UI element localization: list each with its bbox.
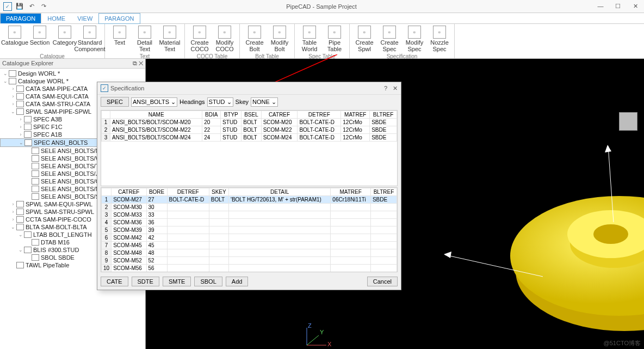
svg-text:Z: Z — [308, 323, 312, 329]
ribbon-tab-paragon[interactable]: PARAGON — [98, 13, 140, 24]
ribbon-material-text[interactable]: ▫Material Text — [157, 25, 182, 53]
watermark: @51CTO博客 — [604, 339, 641, 347]
app-icon: ✓ — [3, 2, 12, 11]
cancel-button[interactable]: Cancel — [367, 277, 398, 286]
ribbon-section[interactable]: ▫Section — [27, 25, 52, 53]
sidebar-title: Catalogue Explorer — [2, 60, 53, 67]
svg-point-4 — [593, 224, 628, 244]
sdte-button[interactable]: SDTE — [132, 277, 159, 286]
close-button[interactable]: ✕ — [627, 3, 644, 10]
sbol-button[interactable]: SBOL — [194, 277, 222, 286]
specification-dialog: ✓ Specification ? ✕ SPEC ANSI_BOLTS ⌄ He… — [97, 82, 401, 290]
window-title: PipeCAD - Sample Project — [51, 3, 592, 10]
smte-button[interactable]: SMTE — [163, 277, 191, 286]
ribbon-category[interactable]: ▫Category — [52, 25, 77, 53]
spec-table-lower[interactable]: CATREFBOREDETREFSKEYDETAILMATREFBLTREF1S… — [101, 187, 398, 272]
dialog-icon: ✓ — [101, 84, 108, 92]
spec-button[interactable]: SPEC — [101, 97, 129, 107]
ribbon-tab-paragon[interactable]: PARAGON — [0, 13, 41, 24]
tree-node[interactable]: ⌄Design WORL * — [0, 70, 145, 77]
undo-icon[interactable]: ↶ — [27, 2, 36, 11]
dialog-title: Specification — [110, 85, 144, 91]
ribbon-nozzle-spec[interactable]: ▫Nozzle Spec — [427, 25, 452, 53]
add-button[interactable]: Add — [226, 277, 249, 286]
maximize-button[interactable]: ☐ — [609, 3, 627, 10]
ribbon-tab-home[interactable]: HOME — [41, 13, 71, 24]
skey-select[interactable]: NONE ⌄ — [251, 97, 278, 107]
dialog-close-icon[interactable]: ✕ — [393, 85, 398, 92]
headings-label: Headings — [179, 99, 205, 105]
sidebar-undock-icon[interactable]: ⧉ — [133, 60, 137, 66]
spec-table-upper[interactable]: NAMEBDIABTYPBSELCATREFDETREFMATREFBLTREF… — [101, 110, 398, 186]
minimize-button[interactable]: — — [592, 3, 609, 10]
svg-text:Y: Y — [320, 329, 324, 335]
ribbon-text[interactable]: ▫Text — [107, 25, 132, 53]
svg-line-15 — [307, 335, 319, 345]
ribbon-catalogue[interactable]: ▫Catalogue — [2, 25, 27, 53]
ribbon-modify-bolt[interactable]: ▫Modify Bolt — [267, 25, 292, 53]
ribbon-create-coco[interactable]: ▫Create COCO — [187, 25, 212, 53]
ribbon-table-world[interactable]: ▫Table World — [297, 25, 322, 53]
ribbon-standard-component[interactable]: ▫Standard Component — [77, 25, 102, 53]
spec-select[interactable]: ANSI_BOLTS ⌄ — [131, 97, 177, 107]
sidebar-close-icon[interactable]: ✕ — [139, 60, 143, 66]
ribbon-modify-spec[interactable]: ▫Modify Spec — [402, 25, 427, 53]
ribbon-detail-text[interactable]: ▫Detail Text — [132, 25, 157, 53]
redo-icon[interactable]: ↷ — [39, 2, 48, 11]
axes-gizmo: Z X Y — [300, 323, 333, 349]
ribbon-tab-view[interactable]: VIEW — [71, 13, 98, 24]
skey-label: Skey — [236, 99, 249, 105]
help-icon[interactable]: ? — [384, 85, 387, 91]
ribbon-create-bolt[interactable]: ▫Create Bolt — [242, 25, 267, 53]
ribbon-create-spwl[interactable]: ▫Create Spwl — [352, 25, 377, 53]
ribbon-create-spec[interactable]: ▫Create Spec — [377, 25, 402, 53]
svg-marker-9 — [605, 145, 611, 152]
svg-text:X: X — [327, 341, 332, 347]
svg-marker-8 — [444, 252, 451, 258]
headings-select[interactable]: STUD ⌄ — [207, 97, 233, 107]
ribbon-pipe-table[interactable]: ▫Pipe Table — [322, 25, 347, 53]
save-icon[interactable]: 💾 — [15, 2, 24, 11]
ribbon-modify-coco[interactable]: ▫Modify COCO — [212, 25, 237, 53]
cate-button[interactable]: CATE — [101, 277, 128, 286]
